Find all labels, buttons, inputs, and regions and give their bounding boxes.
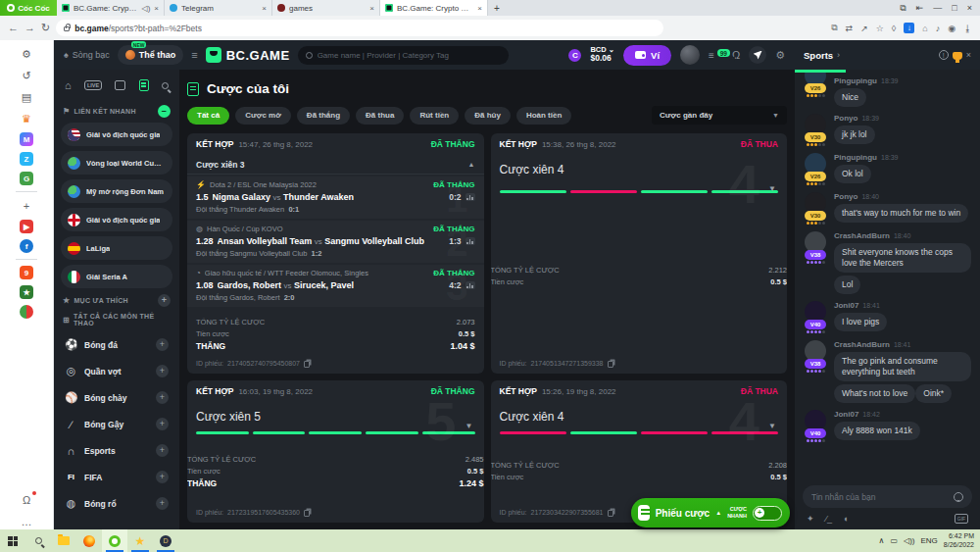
start-button[interactable] <box>0 529 25 552</box>
copy-icon[interactable] <box>608 361 613 368</box>
trophy-icon[interactable] <box>953 52 962 60</box>
balance-selector[interactable]: BCD ⌄$0.06 <box>590 46 614 64</box>
language-indicator[interactable]: ENG <box>921 536 938 545</box>
messenger-icon[interactable]: M <box>20 132 33 146</box>
facebook-icon[interactable]: f <box>20 239 33 253</box>
chat-rules-info-icon[interactable]: ! <box>939 50 949 60</box>
tab-telegram[interactable]: Telegram× <box>165 0 272 16</box>
sidebar-search-icon[interactable] <box>162 82 169 89</box>
filter-refund[interactable]: Hoàn tiền <box>516 107 571 125</box>
downloads-tray-icon[interactable]: ⭳ <box>963 24 972 33</box>
chat-room-label[interactable]: Sports <box>804 50 833 61</box>
username[interactable]: Ponyo <box>834 192 858 201</box>
close-button[interactable]: × <box>967 3 972 13</box>
quick-bet-toggle[interactable] <box>753 506 782 521</box>
chevron-down-icon[interactable]: ▼ <box>768 422 776 430</box>
home-icon[interactable]: ⌂ <box>65 79 72 91</box>
copy-icon[interactable] <box>608 510 613 517</box>
username[interactable]: Ponyo <box>834 114 858 123</box>
live-tab[interactable]: LIVE <box>84 80 102 90</box>
url-field[interactable]: bc.game/sports?bt-path=%2Fbets <box>56 20 663 36</box>
tab-bcgame-2-active[interactable]: BC.Game: Crypto Casino Gan× <box>380 0 488 16</box>
profile-menu-icon[interactable]: ≡ <box>709 50 714 61</box>
filter-all[interactable]: Tất cả <box>187 107 229 125</box>
bet-card-1[interactable]: KẾT HỢP15:47, 26 thg 8, 2022ĐÃ THẮNG Cượ… <box>187 133 484 374</box>
bookmark-star-icon[interactable]: ☆ <box>876 24 884 33</box>
tab-close-icon[interactable]: × <box>477 4 482 13</box>
tab-audio-icon[interactable]: ◁) <box>142 4 151 13</box>
chat-toggle-button[interactable] <box>749 46 766 64</box>
quick-link-item[interactable]: Giải Seria A <box>61 265 172 288</box>
back-button[interactable]: ← <box>8 23 19 33</box>
new-tab-button[interactable]: + <box>488 0 506 16</box>
chevron-down-icon[interactable]: ▼ <box>768 184 776 193</box>
tab-close-icon[interactable]: × <box>262 4 267 13</box>
volume-icon[interactable]: ◁)) <box>904 536 914 545</box>
media-icon[interactable]: ♪ <box>936 24 941 33</box>
file-explorer-button[interactable] <box>51 529 76 552</box>
sidebar-item-esports[interactable]: ∩Esports+ <box>61 437 172 464</box>
quick-link-item[interactable]: Giải vô địch quốc gia <box>61 208 172 231</box>
expand-button[interactable]: + <box>156 418 169 430</box>
sports-nav-pill[interactable]: NEWThể thao <box>118 45 184 65</box>
firefox-button[interactable] <box>76 529 102 552</box>
dark-app-button[interactable]: D <box>153 529 178 552</box>
username[interactable]: Pingupingu <box>834 76 877 85</box>
more-options-icon[interactable]: … <box>19 514 34 529</box>
bcd-coin-icon[interactable]: C <box>568 49 581 62</box>
collapse-button[interactable]: – <box>158 105 171 118</box>
lock-icon[interactable] <box>64 26 70 31</box>
hidden-icons-chevron[interactable]: ∧ <box>879 536 885 545</box>
bet-card-2[interactable]: KẾT HỢP15:38, 26 thg 8, 2022ĐÃ THUA Cược… <box>491 133 788 374</box>
username[interactable]: Joni07 <box>834 410 858 419</box>
forward-button[interactable]: → <box>24 23 35 33</box>
lottery-app-icon[interactable]: ★ <box>20 285 33 299</box>
sidebar-item-cricket[interactable]: ∕Bóng Gậy+ <box>61 411 172 437</box>
adblock-shield-icon[interactable]: ◊ <box>892 24 896 33</box>
quick-link-item[interactable]: LaLiga <box>61 236 172 260</box>
sidebar-item-tennis[interactable]: ◎Quần vợt+ <box>61 358 172 384</box>
game-search-input[interactable]: Game name | Provider | Category Tag <box>298 46 509 65</box>
expand-button[interactable]: + <box>156 391 169 404</box>
chat-close-icon[interactable]: × <box>966 50 971 60</box>
translate-icon[interactable]: ⇄ <box>846 24 854 33</box>
clock[interactable]: 6:42 PM8/26/2022 <box>944 532 974 550</box>
expand-button[interactable]: + <box>156 471 169 483</box>
coccoc-brand-button[interactable]: Cốc Cốc <box>0 0 57 16</box>
bcgame-logo[interactable]: BC.GAME <box>206 47 290 63</box>
menu-toggle-icon[interactable]: ≡ <box>191 49 197 61</box>
filter-open[interactable]: Cược mở <box>235 107 291 125</box>
network-icon[interactable]: ▭ <box>890 536 898 545</box>
star-app-button[interactable]: ★ <box>127 529 153 552</box>
chevron-down-icon[interactable]: ▼ <box>466 422 473 430</box>
username[interactable]: CrashAndBurn <box>834 340 890 349</box>
chat-rules-icon[interactable]: ⁄_ <box>826 514 833 524</box>
chat-input[interactable]: Tin nhắn của bạn <box>803 485 972 508</box>
user-avatar[interactable] <box>680 45 700 65</box>
coccoc-taskbar-button[interactable] <box>102 529 127 552</box>
quick-link-item[interactable]: Giải vô địch quốc gia <box>61 123 172 146</box>
reload-button[interactable]: ↻ <box>41 23 50 33</box>
extensions-icon[interactable]: ⌂ <box>922 24 927 33</box>
settings-icon[interactable]: ⚙ <box>775 49 785 62</box>
chevron-right-icon[interactable]: › <box>837 50 840 60</box>
sidebar-item-fifa[interactable]: FIFIFA+ <box>61 464 172 490</box>
emoji-icon[interactable] <box>954 492 963 502</box>
pingpong-app-icon[interactable] <box>20 305 33 319</box>
my-bets-icon[interactable] <box>139 79 149 91</box>
coin-rain-icon[interactable]: ✦ <box>807 514 814 524</box>
casino-nav-link[interactable]: ♠Sòng bạc <box>64 50 110 60</box>
notifications-bell-icon[interactable]: Ω <box>19 492 34 508</box>
pip-icon[interactable]: ⧉ <box>900 3 906 14</box>
share-icon[interactable]: ⧉ <box>831 23 837 33</box>
wallet-button[interactable]: Ví <box>623 45 671 66</box>
send-icon[interactable]: ↗ <box>860 24 868 33</box>
youtube-icon[interactable]: ▶ <box>20 220 33 233</box>
expand-button[interactable]: + <box>156 365 169 377</box>
add-favorite-button[interactable]: + <box>158 294 171 307</box>
filter-cashout[interactable]: Rút tiền <box>410 107 459 125</box>
taskbar-search-button[interactable] <box>25 529 51 552</box>
tab-bcgame-1[interactable]: BC.Game: Crypto Casino◁)× <box>57 0 165 16</box>
profile-icon[interactable]: ◉ <box>948 24 956 33</box>
bet-card-3[interactable]: KẾT HỢP16:03, 19 thg 8, 2022ĐÃ THẮNG Cượ… <box>187 380 484 523</box>
